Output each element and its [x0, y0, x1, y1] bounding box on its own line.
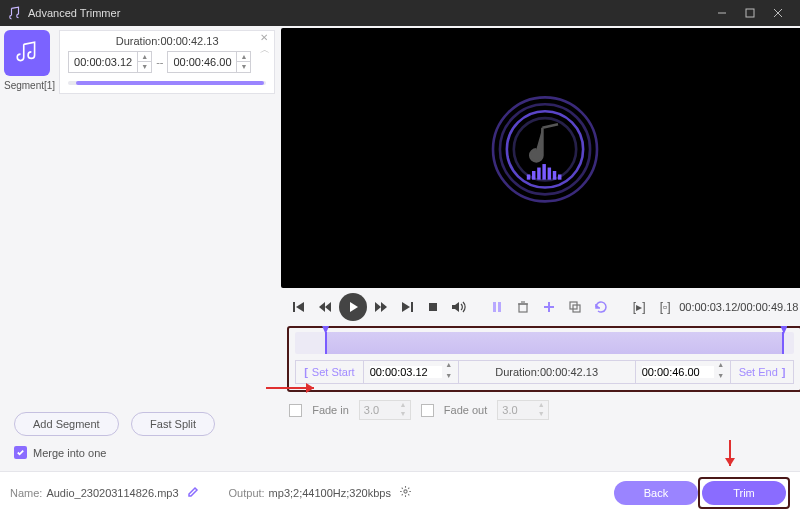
- svg-rect-10: [537, 168, 540, 180]
- svg-rect-18: [493, 302, 496, 312]
- fade-out-input[interactable]: ▲▼: [497, 400, 549, 420]
- trim-panel: [Set Start ▲▼ Duration:00:00:42.13 ▲▼ Se…: [287, 326, 800, 392]
- svg-rect-12: [547, 168, 550, 180]
- volume-button[interactable]: [447, 295, 471, 319]
- svg-point-4: [493, 97, 597, 201]
- name-value: Audio_230203114826.mp3: [46, 487, 178, 499]
- segment-card: ✕ ︿ Duration:00:00:42.13 ▲▼ -- ▲▼: [59, 30, 275, 94]
- fade-out-label: Fade out: [444, 404, 487, 416]
- svg-rect-9: [532, 171, 535, 180]
- svg-point-27: [404, 490, 407, 493]
- set-end-button[interactable]: Set End]: [730, 361, 794, 383]
- segment-start-input[interactable]: ▲▼: [68, 51, 152, 73]
- back-button[interactable]: Back: [614, 481, 698, 505]
- svg-rect-20: [519, 304, 527, 312]
- time-display: 00:00:03.12/00:00:49.18: [679, 301, 800, 313]
- window-title: Advanced Trimmer: [28, 7, 120, 19]
- segment-end-input[interactable]: ▲▼: [167, 51, 251, 73]
- fade-out-checkbox[interactable]: [421, 404, 434, 417]
- svg-rect-8: [527, 174, 530, 179]
- trim-duration: Duration:00:00:42.13: [459, 361, 636, 383]
- preview-player: [281, 28, 800, 288]
- bracket-stop-button[interactable]: [▫]: [653, 295, 677, 319]
- copy-button[interactable]: [563, 295, 587, 319]
- svg-rect-17: [429, 303, 437, 311]
- trim-button[interactable]: Trim: [702, 481, 786, 505]
- segment-duration: Duration:00:00:42.13: [68, 35, 266, 47]
- segments-panel: Segment[1] ✕ ︿ Duration:00:00:42.13 ▲▼ -…: [0, 26, 279, 471]
- bracket-play-button[interactable]: [▸]: [627, 295, 651, 319]
- trim-timeline[interactable]: [295, 332, 794, 354]
- set-start-button[interactable]: [Set Start: [296, 361, 363, 383]
- output-settings-icon[interactable]: [399, 485, 412, 500]
- output-label: Output:: [229, 487, 265, 499]
- edit-name-icon[interactable]: [187, 486, 199, 500]
- svg-rect-13: [553, 171, 556, 180]
- step-back-button[interactable]: [313, 295, 337, 319]
- trim-start-input[interactable]: ▲▼: [364, 361, 459, 383]
- output-value: mp3;2;44100Hz;320kbps: [269, 487, 391, 499]
- fade-in-input[interactable]: ▲▼: [359, 400, 411, 420]
- segment-range-slider[interactable]: [68, 81, 266, 85]
- merge-checkbox[interactable]: Merge into one: [14, 446, 265, 459]
- add-marker-button[interactable]: [537, 295, 561, 319]
- segment-collapse-icon[interactable]: ︿: [260, 45, 270, 55]
- segment-thumbnail[interactable]: [4, 30, 50, 76]
- go-start-button[interactable]: [287, 295, 311, 319]
- app-logo-icon: [8, 6, 22, 20]
- segment-remove-icon[interactable]: ✕: [260, 33, 270, 43]
- maximize-button[interactable]: [736, 0, 764, 26]
- album-art-icon: [480, 93, 610, 223]
- stop-button[interactable]: [421, 295, 445, 319]
- check-icon: [14, 446, 27, 459]
- segment-label: Segment[1]: [4, 80, 55, 91]
- fade-in-label: Fade in: [312, 404, 349, 416]
- add-segment-button[interactable]: Add Segment: [14, 412, 119, 436]
- play-button[interactable]: [339, 293, 367, 321]
- fade-row: Fade in ▲▼ Fade out ▲▼: [289, 400, 800, 420]
- go-end-button[interactable]: [395, 295, 419, 319]
- trim-end-input[interactable]: ▲▼: [636, 361, 730, 383]
- svg-rect-14: [558, 174, 561, 179]
- svg-rect-15: [293, 302, 295, 312]
- trim-button-highlight: Trim: [698, 477, 790, 509]
- step-forward-button[interactable]: [369, 295, 393, 319]
- delete-button[interactable]: [511, 295, 535, 319]
- undo-button[interactable]: [589, 295, 613, 319]
- title-bar: Advanced Trimmer: [0, 0, 800, 26]
- footer-bar: Name: Audio_230203114826.mp3 Output: mp3…: [0, 471, 800, 513]
- transport-bar: [▸] [▫] 00:00:03.12/00:00:49.18: [281, 288, 800, 326]
- svg-rect-16: [411, 302, 413, 312]
- close-button[interactable]: [764, 0, 792, 26]
- mark-in-button[interactable]: [485, 295, 509, 319]
- minimize-button[interactable]: [708, 0, 736, 26]
- svg-rect-1: [746, 9, 754, 17]
- fade-in-checkbox[interactable]: [289, 404, 302, 417]
- fast-split-button[interactable]: Fast Split: [131, 412, 215, 436]
- svg-rect-19: [498, 302, 501, 312]
- svg-rect-11: [542, 164, 545, 180]
- name-label: Name:: [10, 487, 42, 499]
